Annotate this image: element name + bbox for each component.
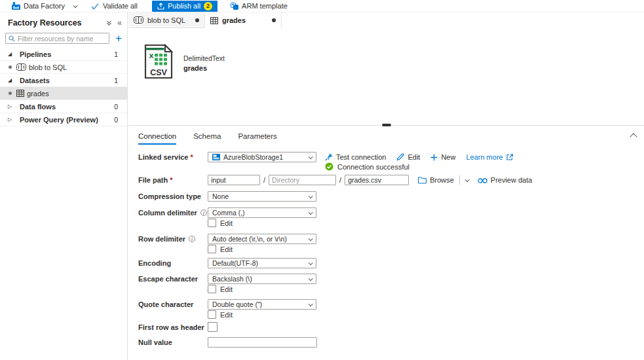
quote-character-dropdown[interactable]: Double quote (") bbox=[208, 299, 316, 310]
test-connection-button[interactable]: Test connection bbox=[325, 153, 386, 161]
data-factory-icon bbox=[12, 2, 20, 10]
dataset-card[interactable]: CSV DelimitedText grades bbox=[143, 44, 225, 79]
column-delimiter-edit-row: Edit bbox=[208, 219, 639, 227]
sidebar-item-datasets[interactable]: ◢ Datasets 1 bbox=[0, 74, 127, 87]
success-check-icon bbox=[325, 162, 333, 171]
form-row-quote-character: Quote character Double quote (") bbox=[138, 299, 639, 310]
collapse-panel-icon[interactable] bbox=[630, 133, 637, 140]
edit-linked-service-button[interactable]: Edit bbox=[396, 153, 420, 161]
edit-checkbox-label: Edit bbox=[220, 219, 233, 227]
bullet-dot-icon bbox=[9, 65, 12, 69]
tab-schema[interactable]: Schema bbox=[193, 132, 221, 145]
validate-all-button[interactable]: Validate all bbox=[91, 2, 138, 10]
row-delimiter-edit-row: Edit bbox=[208, 245, 639, 253]
container-input[interactable] bbox=[208, 175, 260, 185]
column-delimiter-edit-checkbox[interactable] bbox=[208, 219, 216, 227]
escape-character-dropdown[interactable]: Backslash (\) bbox=[208, 274, 316, 284]
arm-template-label: ARM template bbox=[242, 2, 288, 10]
search-icon bbox=[9, 35, 15, 42]
pipeline-item-label: blob to SQL bbox=[29, 63, 67, 71]
expanded-caret-icon[interactable]: ◢ bbox=[8, 51, 12, 57]
dataset-canvas: CSV DelimitedText grades bbox=[128, 28, 644, 125]
sidebar-item-blob-to-sql[interactable]: blob to SQL bbox=[0, 61, 127, 74]
expand-all-icon[interactable] bbox=[107, 21, 111, 25]
collapsed-caret-icon[interactable]: ▷ bbox=[8, 117, 12, 122]
publish-icon bbox=[157, 3, 164, 10]
null-value-input[interactable] bbox=[208, 337, 317, 348]
data-factory-menu[interactable]: Data Factory bbox=[12, 2, 77, 10]
sidebar-item-grades[interactable]: grades bbox=[0, 87, 127, 100]
data-factory-label: Data Factory bbox=[24, 2, 65, 10]
preview-data-button[interactable]: Preview data bbox=[478, 176, 533, 184]
escape-character-label: Escape character bbox=[138, 275, 208, 283]
collapse-sidebar-icon[interactable]: « bbox=[117, 19, 122, 27]
quote-character-edit-checkbox[interactable] bbox=[208, 310, 216, 319]
connection-status-text: Connection successful bbox=[337, 163, 409, 171]
info-icon: i bbox=[200, 209, 207, 216]
pipelines-count: 1 bbox=[114, 50, 118, 58]
form-row-linked-service: Linked service* AzureBlobStorage1 Test c… bbox=[138, 152, 639, 162]
encoding-dropdown[interactable]: Default(UTF-8) bbox=[208, 258, 316, 268]
learn-more-link[interactable]: Learn more bbox=[466, 153, 512, 161]
linked-service-actions: Test connection Edit New bbox=[325, 153, 513, 161]
edit-checkbox-label: Edit bbox=[220, 285, 233, 293]
path-separator: / bbox=[339, 176, 341, 184]
add-resource-button[interactable]: + bbox=[114, 34, 123, 43]
new-linked-service-button[interactable]: New bbox=[430, 153, 455, 161]
path-separator: / bbox=[263, 176, 265, 184]
arm-template-button[interactable]: ARM template bbox=[231, 2, 288, 10]
sidebar-item-pipelines[interactable]: ◢ Pipelines 1 bbox=[0, 48, 127, 61]
tab-parameters[interactable]: Parameters bbox=[238, 132, 276, 145]
data-flows-count: 0 bbox=[114, 103, 118, 111]
chevron-down-icon bbox=[309, 302, 313, 306]
sidebar-item-data-flows[interactable]: ▷ Data flows 0 bbox=[0, 100, 127, 113]
chevron-down-icon bbox=[309, 194, 313, 198]
linked-service-dropdown[interactable]: AzureBlobStorage1 bbox=[208, 152, 316, 162]
column-delimiter-label: Column delimiteri bbox=[138, 209, 208, 217]
directory-input[interactable] bbox=[269, 175, 336, 185]
sidebar-filter-row: + bbox=[0, 31, 127, 48]
splitter-drag-handle[interactable] bbox=[382, 124, 390, 126]
test-connection-icon bbox=[325, 153, 333, 161]
csv-badge-text: CSV bbox=[150, 68, 167, 77]
unsaved-dot-icon bbox=[195, 18, 199, 22]
compression-type-dropdown[interactable]: None bbox=[208, 191, 316, 202]
pipeline-icon bbox=[16, 63, 26, 71]
dataset-item-label: grades bbox=[27, 90, 49, 98]
document-tabbar: blob to SQL grades bbox=[128, 12, 644, 28]
form-row-compression-type: Compression type None bbox=[138, 191, 639, 202]
first-row-header-checkbox[interactable] bbox=[208, 322, 218, 332]
form-row-file-path: File path* / / Browse bbox=[138, 175, 639, 185]
azure-data-factory-app: Data Factory Validate all Publish all 2 … bbox=[0, 0, 644, 360]
row-delimiter-dropdown[interactable]: Auto detect (\r,\n, or \r\n) bbox=[208, 234, 316, 244]
expanded-caret-icon[interactable]: ◢ bbox=[8, 77, 12, 83]
resource-tree: ◢ Pipelines 1 blob to SQL ◢ Datasets 1 bbox=[0, 48, 127, 126]
row-delimiter-edit-checkbox[interactable] bbox=[208, 245, 216, 253]
tab-blob-to-sql[interactable]: blob to SQL bbox=[128, 12, 205, 28]
collapsed-caret-icon[interactable]: ▷ bbox=[8, 103, 12, 109]
file-name-input[interactable] bbox=[345, 175, 409, 185]
browse-menu-chevron-icon[interactable] bbox=[464, 177, 469, 182]
tab-label: grades bbox=[222, 16, 246, 24]
pipeline-icon bbox=[134, 16, 143, 24]
tab-grades[interactable]: grades bbox=[205, 12, 282, 28]
form-row-first-row-header: First row as header bbox=[138, 322, 639, 332]
form-row-column-delimiter: Column delimiteri Comma (,) bbox=[138, 207, 639, 218]
column-delimiter-dropdown[interactable]: Comma (,) bbox=[208, 207, 316, 218]
filter-resources-box bbox=[5, 33, 109, 44]
filter-resources-input[interactable] bbox=[18, 35, 106, 43]
dataset-table-icon bbox=[16, 90, 24, 97]
validate-check-icon bbox=[91, 3, 100, 10]
data-flows-group-label: Data flows bbox=[20, 103, 56, 111]
sidebar-item-power-query[interactable]: ▷ Power Query (Preview) 0 bbox=[0, 113, 127, 126]
datasets-group-label: Datasets bbox=[20, 77, 50, 84]
escape-character-edit-checkbox[interactable] bbox=[208, 285, 216, 293]
browse-button[interactable]: Browse bbox=[418, 176, 454, 184]
main-area: blob to SQL grades bbox=[128, 12, 644, 360]
dataset-properties-panel: Connection Schema Parameters Linked serv… bbox=[128, 128, 644, 360]
publish-count-badge: 2 bbox=[204, 2, 212, 10]
form-row-row-delimiter: Row delimiteri Auto detect (\r,\n, or \r… bbox=[138, 234, 639, 244]
publish-all-button[interactable]: Publish all 2 bbox=[152, 1, 218, 12]
connection-status: Connection successful bbox=[325, 162, 409, 171]
tab-connection[interactable]: Connection bbox=[138, 132, 176, 145]
